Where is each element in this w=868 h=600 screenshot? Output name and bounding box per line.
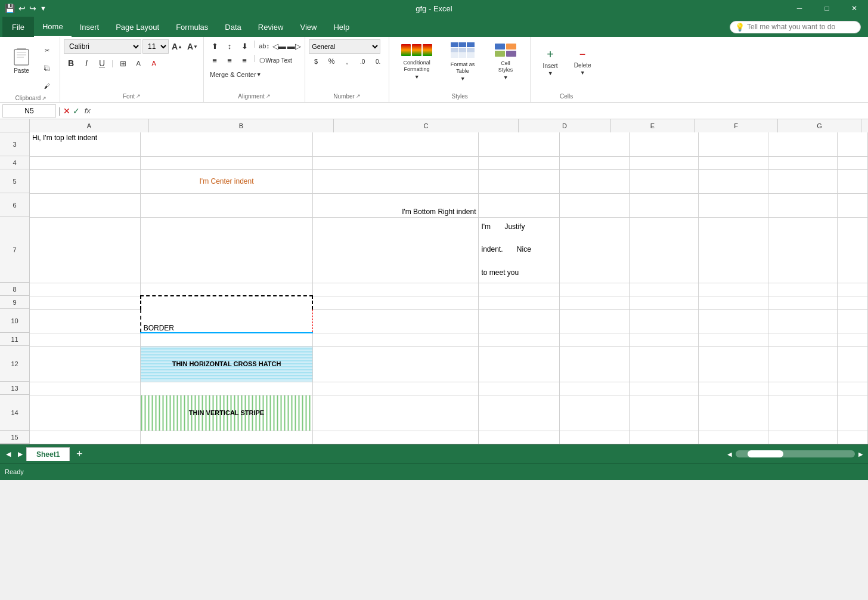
cell-h7[interactable] — [768, 217, 838, 283]
cell-i7[interactable] — [838, 217, 868, 283]
cell-i13[interactable] — [838, 382, 868, 395]
cell-a5[interactable] — [30, 169, 141, 193]
accounting-button[interactable]: $ — [309, 55, 323, 68]
cell-g15[interactable] — [699, 431, 768, 444]
cell-i8[interactable] — [838, 283, 868, 296]
cell-f5[interactable] — [629, 169, 699, 193]
wrap-text-button[interactable]: ⬡ Wrap Text — [257, 54, 294, 67]
cell-d7[interactable]: I'm Justify indent. Nice to meet you — [479, 217, 560, 283]
cell-f3[interactable] — [629, 132, 699, 156]
menu-formulas[interactable]: Formulas — [168, 17, 216, 37]
sheet-nav-right[interactable]: ▶ — [14, 448, 26, 460]
cell-a7[interactable] — [30, 217, 141, 283]
cell-f14[interactable] — [629, 395, 699, 431]
cell-d9[interactable] — [479, 296, 560, 309]
cell-b15[interactable] — [141, 431, 313, 444]
formula-input[interactable] — [95, 104, 866, 117]
cell-c4[interactable] — [312, 156, 479, 169]
cell-d12[interactable] — [479, 346, 560, 382]
cell-a14[interactable] — [30, 395, 141, 431]
merge-center-button[interactable]: Merge & Center ▼ — [207, 68, 264, 81]
number-expand[interactable]: ↗ — [356, 93, 361, 99]
cell-b11[interactable] — [141, 333, 313, 346]
conditional-dropdown[interactable]: ▼ — [414, 74, 420, 80]
conditional-formatting-button[interactable]: ConditionalFormatting ▼ — [393, 39, 441, 85]
alignment-expand[interactable]: ↗ — [266, 93, 271, 99]
cell-e14[interactable] — [560, 395, 630, 431]
cell-b12[interactable]: THIN HORIZONTAL CROSS HATCH — [141, 346, 313, 382]
cell-e11[interactable] — [560, 333, 630, 346]
cell-f15[interactable] — [629, 431, 699, 444]
cell-h12[interactable] — [768, 346, 838, 382]
cell-g10[interactable] — [699, 309, 768, 333]
sheet-tab-sheet1[interactable]: Sheet1 — [26, 447, 70, 461]
menu-data[interactable]: Data — [216, 17, 249, 37]
cell-d15[interactable] — [479, 431, 560, 444]
merge-dropdown[interactable]: ▼ — [256, 72, 262, 78]
cell-g8[interactable] — [699, 283, 768, 296]
cell-c9[interactable] — [312, 296, 479, 309]
customize-icon[interactable]: ▼ — [40, 5, 46, 12]
cell-b9[interactable] — [141, 296, 313, 309]
horizontal-scroll-track[interactable] — [736, 450, 855, 457]
cell-i11[interactable] — [838, 333, 868, 346]
menu-view[interactable]: View — [292, 17, 325, 37]
cell-b8[interactable] — [141, 283, 313, 296]
font-size-selector[interactable]: 11 — [142, 39, 169, 54]
cell-d6[interactable] — [479, 193, 560, 217]
cell-g6[interactable] — [699, 193, 768, 217]
insert-button[interactable]: + Insert ▼ — [535, 39, 565, 85]
cancel-icon[interactable]: ✕ — [63, 106, 70, 116]
align-bottom-button[interactable]: ⬇ — [237, 39, 252, 52]
italic-button[interactable]: I — [79, 56, 94, 70]
percent-button[interactable]: % — [324, 55, 339, 68]
cell-f12[interactable] — [629, 346, 699, 382]
cell-f6[interactable] — [629, 193, 699, 217]
decrease-font-button[interactable]: A▼ — [185, 39, 200, 54]
cell-i6[interactable] — [838, 193, 868, 217]
maximize-button[interactable]: □ — [813, 0, 841, 17]
cell-a9[interactable] — [30, 296, 141, 309]
close-button[interactable]: ✕ — [841, 0, 868, 17]
cell-a6[interactable] — [30, 193, 141, 217]
cell-i12[interactable] — [838, 346, 868, 382]
cell-e12[interactable] — [560, 346, 630, 382]
font-expand[interactable]: ↗ — [136, 93, 141, 99]
font-color-button[interactable]: A — [147, 56, 161, 70]
cell-a15[interactable] — [30, 431, 141, 444]
format-as-table-button[interactable]: Format asTable ▼ — [442, 39, 483, 85]
cell-b3[interactable] — [141, 132, 313, 156]
cell-b14[interactable]: THIN VERTICAL STRIPE — [141, 395, 313, 431]
comma-button[interactable]: , — [340, 55, 354, 68]
cell-c11[interactable] — [312, 333, 479, 346]
minimize-button[interactable]: ─ — [786, 0, 813, 17]
cell-b5[interactable]: I'm Center indent — [141, 169, 313, 193]
cell-b7[interactable] — [141, 217, 313, 283]
number-format-selector[interactable]: General — [309, 39, 380, 54]
fill-color-button[interactable]: A — [131, 56, 145, 70]
cell-i9[interactable] — [838, 296, 868, 309]
horizontal-scroll-thumb[interactable] — [748, 450, 783, 457]
text-direction-button[interactable]: ab↕ — [257, 39, 271, 52]
cell-h10[interactable] — [768, 309, 838, 333]
cell-e9[interactable] — [560, 296, 630, 309]
cell-e13[interactable] — [560, 382, 630, 395]
cell-i3[interactable] — [838, 132, 868, 156]
tell-me-input[interactable] — [747, 23, 854, 31]
cell-h15[interactable] — [768, 431, 838, 444]
cell-e5[interactable] — [560, 169, 630, 193]
cell-c14[interactable] — [312, 395, 479, 431]
undo-icon[interactable]: ↩ — [18, 4, 26, 13]
cell-styles-dropdown[interactable]: ▼ — [503, 75, 509, 81]
cell-c10[interactable] — [312, 309, 479, 333]
add-sheet-button[interactable]: + — [72, 447, 86, 461]
menu-file[interactable]: File — [2, 17, 34, 37]
cell-a12[interactable] — [30, 346, 141, 382]
cell-f13[interactable] — [629, 382, 699, 395]
cell-i4[interactable] — [838, 156, 868, 169]
cell-f4[interactable] — [629, 156, 699, 169]
cell-i14[interactable] — [838, 395, 868, 431]
decrease-decimal-button[interactable]: 0. — [371, 55, 385, 68]
cell-a4[interactable] — [30, 156, 141, 169]
confirm-icon[interactable]: ✓ — [73, 106, 80, 116]
